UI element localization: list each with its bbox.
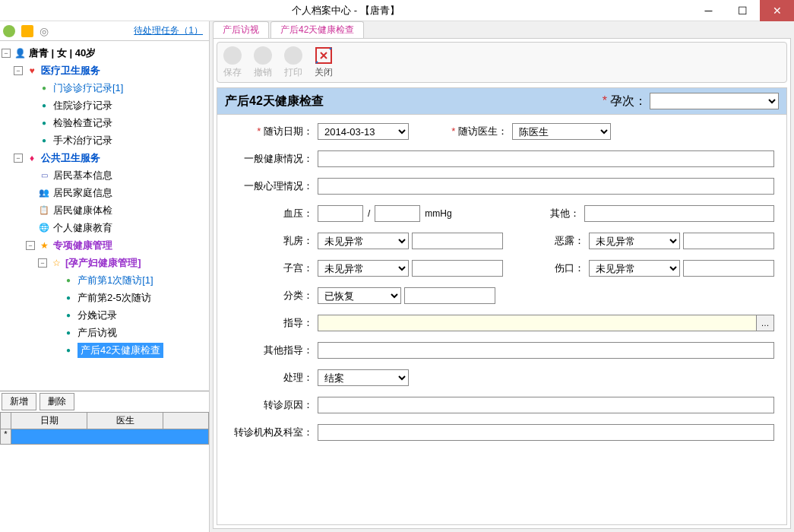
tree-delivery[interactable]: ● 分娩记录 bbox=[2, 306, 207, 324]
form-header: 产后42天健康检查 * 孕次： bbox=[217, 88, 786, 115]
add-button[interactable]: 新增 bbox=[2, 393, 36, 410]
visit-doctor-field[interactable]: 陈医生 bbox=[512, 123, 611, 140]
undo-icon bbox=[254, 46, 272, 65]
print-icon bbox=[284, 46, 302, 65]
heart-icon: ♥ bbox=[26, 65, 38, 77]
tree-health-exam[interactable]: 📋 居民健康体检 bbox=[2, 201, 207, 219]
tree-outpatient[interactable]: ● 门诊诊疗记录[1] bbox=[2, 79, 207, 97]
uterus-note-input[interactable] bbox=[412, 260, 503, 277]
maximize-button[interactable]: ☐ bbox=[726, 0, 760, 21]
classify-select[interactable]: 已恢复 bbox=[318, 287, 401, 304]
uterus-select[interactable]: 未见异常 bbox=[318, 260, 409, 277]
tab-post42[interactable]: 产后42天健康检查 bbox=[270, 21, 364, 38]
tree-health-edu[interactable]: 🌐 个人健康教育 bbox=[2, 219, 207, 236]
tree-basic-info[interactable]: ▭ 居民基本信息 bbox=[2, 166, 207, 184]
bp-dia-input[interactable] bbox=[375, 205, 420, 222]
card-icon[interactable] bbox=[21, 25, 33, 37]
print-button: 打印 bbox=[284, 46, 302, 79]
tree-patient-root[interactable]: − 👤 唐青 | 女 | 40岁 bbox=[2, 44, 207, 62]
form-body: * 随访日期： 2014-03-13 * 随访医生： 陈医生 一般健康情况： 一… bbox=[217, 115, 786, 458]
grid-header: 日期 医生 bbox=[0, 412, 209, 429]
save-icon bbox=[223, 46, 242, 65]
clipboard-icon: 📋 bbox=[38, 204, 50, 217]
tree-surgery[interactable]: ● 手术治疗记录 bbox=[2, 131, 207, 149]
refer-reason-input[interactable] bbox=[318, 397, 774, 413]
close-form-button[interactable]: 关闭 bbox=[315, 46, 333, 79]
breast-note-input[interactable] bbox=[412, 233, 503, 249]
close-button[interactable]: ✕ bbox=[760, 0, 794, 21]
dot-icon: ● bbox=[62, 344, 74, 356]
tree-medical-services[interactable]: − ♥ 医疗卫生服务 bbox=[2, 62, 207, 79]
refer-org-input[interactable] bbox=[318, 424, 774, 441]
form-title: 产后42天健康检查 bbox=[225, 93, 324, 109]
user-icon[interactable] bbox=[3, 25, 15, 37]
dot-icon: ● bbox=[38, 117, 50, 129]
undo-button: 撤销 bbox=[254, 46, 272, 79]
star-icon: ★ bbox=[38, 239, 50, 252]
action-toolbar: 保存 撤销 打印 关闭 bbox=[217, 42, 787, 83]
other-input[interactable] bbox=[584, 205, 774, 222]
left-panel: ◎ 待处理任务（1） − 👤 唐青 | 女 | 40岁 − ♥ 医疗卫生服务 ●… bbox=[0, 21, 210, 532]
breast-select[interactable]: 未见异常 bbox=[318, 233, 409, 249]
tree-maternal[interactable]: − ☆ [孕产妇健康管理] bbox=[2, 254, 207, 271]
form-wrapper: 产后42天健康检查 * 孕次： * 随访日期： 2014-03-13 * 随访医… bbox=[217, 87, 787, 525]
nav-tree: − 👤 唐青 | 女 | 40岁 − ♥ 医疗卫生服务 ● 门诊诊疗记录[1] … bbox=[0, 41, 209, 391]
diamond-icon: ♦ bbox=[26, 152, 38, 164]
dot-icon: ● bbox=[38, 100, 50, 112]
left-toolbar: ◎ 待处理任务（1） bbox=[0, 21, 209, 41]
person-icon: 👤 bbox=[14, 47, 26, 59]
save-button: 保存 bbox=[223, 46, 242, 79]
dot-icon: ● bbox=[38, 82, 50, 94]
window-controls: ─ ☐ ✕ bbox=[691, 0, 794, 21]
other-guidance-input[interactable] bbox=[318, 342, 774, 359]
bottom-grid-section: 新增 删除 日期 医生 * bbox=[0, 391, 209, 445]
pregnancy-label: 孕次： bbox=[610, 93, 647, 109]
people-icon: 👥 bbox=[38, 187, 50, 199]
general-psych-input[interactable] bbox=[318, 178, 774, 195]
tree-special-mgmt[interactable]: − ★ 专项健康管理 bbox=[2, 236, 207, 254]
titlebar: 个人档案中心 - 【唐青】 ─ ☐ ✕ bbox=[0, 0, 794, 21]
content-area: 保存 撤销 打印 关闭 bbox=[213, 38, 791, 529]
bp-sys-input[interactable] bbox=[318, 205, 363, 222]
star-icon: ☆ bbox=[50, 257, 62, 269]
right-panel: 产后访视 产后42天健康检查 保存 撤销 打印 bbox=[210, 21, 794, 532]
visit-date-field[interactable]: 2014-03-13 bbox=[318, 123, 409, 140]
tree-prenatal25[interactable]: ● 产前第2-5次随访 bbox=[2, 289, 207, 306]
col-date[interactable]: 日期 bbox=[11, 413, 87, 429]
grid-new-row[interactable]: * bbox=[0, 429, 209, 445]
pending-tasks-link[interactable]: 待处理任务（1） bbox=[134, 24, 203, 37]
wound-note-input[interactable] bbox=[683, 260, 774, 277]
tree-post42[interactable]: ● 产后42天健康检查 bbox=[2, 341, 207, 359]
dot-icon: ● bbox=[62, 274, 74, 287]
guidance-browse-button[interactable]: … bbox=[756, 315, 774, 331]
delete-button[interactable]: 删除 bbox=[40, 393, 74, 410]
dot-icon: ● bbox=[62, 292, 74, 304]
dot-icon: ● bbox=[62, 309, 74, 321]
tree-post-visit[interactable]: ● 产后访视 bbox=[2, 324, 207, 341]
tree-inpatient[interactable]: ● 住院诊疗记录 bbox=[2, 97, 207, 114]
close-icon bbox=[315, 46, 333, 65]
window-title: 个人档案中心 - 【唐青】 bbox=[0, 4, 691, 17]
minimize-button[interactable]: ─ bbox=[691, 0, 726, 21]
guidance-input[interactable] bbox=[318, 315, 757, 331]
tree-prenatal1[interactable]: ● 产前第1次随访[1] bbox=[2, 271, 207, 289]
dot-icon: ● bbox=[62, 327, 74, 339]
lochia-select[interactable]: 未见异常 bbox=[589, 233, 680, 249]
wound-select[interactable]: 未见异常 bbox=[589, 260, 680, 277]
pregnancy-select[interactable] bbox=[650, 93, 779, 109]
tab-bar: 产后访视 产后42天健康检查 bbox=[210, 21, 794, 38]
lochia-note-input[interactable] bbox=[683, 233, 774, 249]
tree-public-health[interactable]: − ♦ 公共卫生服务 bbox=[2, 149, 207, 166]
card-icon: ▭ bbox=[38, 169, 50, 182]
dot-icon: ● bbox=[38, 135, 50, 147]
fingerprint-icon[interactable]: ◎ bbox=[40, 25, 52, 37]
tab-post-visit[interactable]: 产后访视 bbox=[213, 21, 269, 38]
handle-select[interactable]: 结案 bbox=[318, 369, 409, 386]
classify-note-input[interactable] bbox=[404, 287, 495, 304]
tree-lab[interactable]: ● 检验检查记录 bbox=[2, 114, 207, 131]
tree-family-info[interactable]: 👥 居民家庭信息 bbox=[2, 184, 207, 201]
globe-icon: 🌐 bbox=[38, 222, 50, 234]
general-health-input[interactable] bbox=[318, 150, 774, 167]
col-doctor[interactable]: 医生 bbox=[87, 413, 163, 429]
